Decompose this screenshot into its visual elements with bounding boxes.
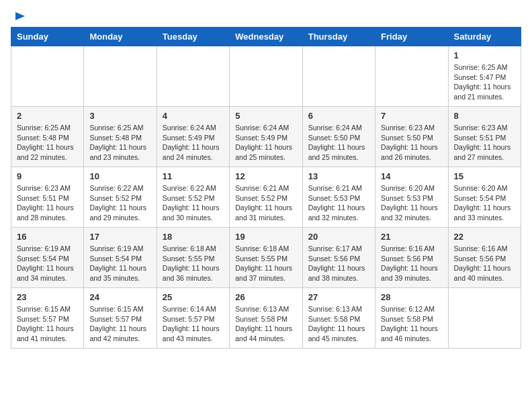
- page-header: [11, 11, 521, 21]
- day-number: 15: [454, 171, 515, 181]
- day-number: 12: [235, 171, 296, 181]
- calendar-cell: 28Sunrise: 6:12 AM Sunset: 5:58 PM Dayli…: [375, 288, 448, 349]
- cell-details: Sunrise: 6:21 AM Sunset: 5:52 PM Dayligh…: [235, 183, 296, 223]
- calendar-cell: 9Sunrise: 6:23 AM Sunset: 5:51 PM Daylig…: [11, 167, 84, 228]
- day-number: 27: [308, 292, 369, 302]
- day-number: 1: [454, 50, 515, 60]
- cell-details: Sunrise: 6:14 AM Sunset: 5:57 PM Dayligh…: [163, 304, 224, 344]
- calendar-cell: 11Sunrise: 6:22 AM Sunset: 5:52 PM Dayli…: [157, 167, 229, 228]
- weekday-header-wednesday: Wednesday: [230, 28, 302, 46]
- calendar-cell: 4Sunrise: 6:24 AM Sunset: 5:49 PM Daylig…: [157, 107, 229, 167]
- cell-details: Sunrise: 6:22 AM Sunset: 5:52 PM Dayligh…: [163, 183, 224, 223]
- cell-details: Sunrise: 6:21 AM Sunset: 5:53 PM Dayligh…: [308, 183, 369, 223]
- cell-details: Sunrise: 6:17 AM Sunset: 5:56 PM Dayligh…: [308, 244, 369, 283]
- cell-details: Sunrise: 6:24 AM Sunset: 5:49 PM Dayligh…: [235, 123, 296, 163]
- day-number: 6: [308, 111, 369, 121]
- cell-details: Sunrise: 6:25 AM Sunset: 5:48 PM Dayligh…: [89, 123, 150, 163]
- weekday-header-sunday: Sunday: [11, 28, 84, 46]
- cell-details: Sunrise: 6:25 AM Sunset: 5:47 PM Dayligh…: [454, 62, 515, 102]
- cell-details: Sunrise: 6:23 AM Sunset: 5:50 PM Dayligh…: [381, 123, 442, 163]
- day-number: 7: [381, 111, 442, 121]
- calendar-week-row: 2Sunrise: 6:25 AM Sunset: 5:48 PM Daylig…: [11, 107, 521, 167]
- calendar-week-row: 16Sunrise: 6:19 AM Sunset: 5:54 PM Dayli…: [11, 228, 521, 288]
- cell-details: Sunrise: 6:22 AM Sunset: 5:52 PM Dayligh…: [89, 183, 150, 223]
- cell-details: Sunrise: 6:19 AM Sunset: 5:54 PM Dayligh…: [89, 244, 150, 283]
- calendar-cell: [448, 288, 521, 349]
- calendar-cell: [375, 46, 448, 107]
- day-number: 28: [381, 292, 442, 302]
- calendar-week-row: 1Sunrise: 6:25 AM Sunset: 5:47 PM Daylig…: [11, 46, 521, 107]
- weekday-header-row: SundayMondayTuesdayWednesdayThursdayFrid…: [11, 28, 521, 46]
- day-number: 25: [163, 292, 224, 302]
- day-number: 17: [89, 232, 150, 242]
- calendar-cell: 18Sunrise: 6:18 AM Sunset: 5:55 PM Dayli…: [157, 228, 229, 288]
- day-number: 20: [308, 232, 369, 242]
- calendar-cell: 25Sunrise: 6:14 AM Sunset: 5:57 PM Dayli…: [157, 288, 229, 349]
- calendar-cell: [84, 46, 157, 107]
- cell-details: Sunrise: 6:18 AM Sunset: 5:55 PM Dayligh…: [235, 244, 296, 283]
- day-number: 5: [235, 111, 296, 121]
- day-number: 23: [17, 292, 78, 302]
- calendar-cell: 6Sunrise: 6:24 AM Sunset: 5:50 PM Daylig…: [302, 107, 375, 167]
- calendar-week-row: 9Sunrise: 6:23 AM Sunset: 5:51 PM Daylig…: [11, 167, 521, 228]
- weekday-header-thursday: Thursday: [302, 28, 375, 46]
- day-number: 11: [163, 171, 224, 181]
- cell-details: Sunrise: 6:23 AM Sunset: 5:51 PM Dayligh…: [454, 123, 515, 163]
- calendar-cell: 27Sunrise: 6:13 AM Sunset: 5:58 PM Dayli…: [302, 288, 375, 349]
- calendar-cell: 22Sunrise: 6:16 AM Sunset: 5:56 PM Dayli…: [448, 228, 521, 288]
- cell-details: Sunrise: 6:15 AM Sunset: 5:57 PM Dayligh…: [89, 304, 150, 344]
- cell-details: Sunrise: 6:20 AM Sunset: 5:53 PM Dayligh…: [381, 183, 442, 223]
- weekday-header-friday: Friday: [375, 28, 448, 46]
- calendar-cell: 3Sunrise: 6:25 AM Sunset: 5:48 PM Daylig…: [84, 107, 157, 167]
- cell-details: Sunrise: 6:24 AM Sunset: 5:49 PM Dayligh…: [163, 123, 224, 163]
- day-number: 13: [308, 171, 369, 181]
- day-number: 10: [89, 171, 150, 181]
- calendar-cell: 17Sunrise: 6:19 AM Sunset: 5:54 PM Dayli…: [84, 228, 157, 288]
- weekday-header-monday: Monday: [84, 28, 157, 46]
- calendar-cell: [230, 46, 302, 107]
- cell-details: Sunrise: 6:12 AM Sunset: 5:58 PM Dayligh…: [381, 304, 442, 344]
- logo-flag-icon: [13, 11, 27, 24]
- day-number: 9: [17, 171, 78, 181]
- day-number: 24: [89, 292, 150, 302]
- cell-details: Sunrise: 6:24 AM Sunset: 5:50 PM Dayligh…: [308, 123, 369, 163]
- calendar-cell: 5Sunrise: 6:24 AM Sunset: 5:49 PM Daylig…: [230, 107, 302, 167]
- calendar-cell: 8Sunrise: 6:23 AM Sunset: 5:51 PM Daylig…: [448, 107, 521, 167]
- calendar-cell: 12Sunrise: 6:21 AM Sunset: 5:52 PM Dayli…: [230, 167, 302, 228]
- calendar-cell: 7Sunrise: 6:23 AM Sunset: 5:50 PM Daylig…: [375, 107, 448, 167]
- cell-details: Sunrise: 6:19 AM Sunset: 5:54 PM Dayligh…: [17, 244, 78, 283]
- calendar-cell: 23Sunrise: 6:15 AM Sunset: 5:57 PM Dayli…: [11, 288, 84, 349]
- calendar-cell: 10Sunrise: 6:22 AM Sunset: 5:52 PM Dayli…: [84, 167, 157, 228]
- day-number: 16: [17, 232, 78, 242]
- day-number: 14: [381, 171, 442, 181]
- calendar-cell: [302, 46, 375, 107]
- day-number: 18: [163, 232, 224, 242]
- cell-details: Sunrise: 6:16 AM Sunset: 5:56 PM Dayligh…: [454, 244, 515, 283]
- cell-details: Sunrise: 6:13 AM Sunset: 5:58 PM Dayligh…: [308, 304, 369, 344]
- calendar-cell: [157, 46, 229, 107]
- calendar-cell: 16Sunrise: 6:19 AM Sunset: 5:54 PM Dayli…: [11, 228, 84, 288]
- calendar-cell: 13Sunrise: 6:21 AM Sunset: 5:53 PM Dayli…: [302, 167, 375, 228]
- calendar-cell: 26Sunrise: 6:13 AM Sunset: 5:58 PM Dayli…: [230, 288, 302, 349]
- calendar-cell: 20Sunrise: 6:17 AM Sunset: 5:56 PM Dayli…: [302, 228, 375, 288]
- svg-marker-0: [15, 12, 25, 20]
- cell-details: Sunrise: 6:18 AM Sunset: 5:55 PM Dayligh…: [163, 244, 224, 283]
- day-number: 4: [163, 111, 224, 121]
- day-number: 3: [89, 111, 150, 121]
- cell-details: Sunrise: 6:15 AM Sunset: 5:57 PM Dayligh…: [17, 304, 78, 344]
- calendar-cell: 1Sunrise: 6:25 AM Sunset: 5:47 PM Daylig…: [448, 46, 521, 107]
- calendar-week-row: 23Sunrise: 6:15 AM Sunset: 5:57 PM Dayli…: [11, 288, 521, 349]
- cell-details: Sunrise: 6:13 AM Sunset: 5:58 PM Dayligh…: [235, 304, 296, 344]
- day-number: 19: [235, 232, 296, 242]
- logo: [11, 13, 27, 21]
- cell-details: Sunrise: 6:16 AM Sunset: 5:56 PM Dayligh…: [381, 244, 442, 283]
- cell-details: Sunrise: 6:25 AM Sunset: 5:48 PM Dayligh…: [17, 123, 78, 163]
- calendar-cell: 15Sunrise: 6:20 AM Sunset: 5:54 PM Dayli…: [448, 167, 521, 228]
- weekday-header-saturday: Saturday: [448, 28, 521, 46]
- calendar-cell: 2Sunrise: 6:25 AM Sunset: 5:48 PM Daylig…: [11, 107, 84, 167]
- day-number: 22: [454, 232, 515, 242]
- calendar-cell: 24Sunrise: 6:15 AM Sunset: 5:57 PM Dayli…: [84, 288, 157, 349]
- day-number: 8: [454, 111, 515, 121]
- calendar-table: SundayMondayTuesdayWednesdayThursdayFrid…: [11, 27, 521, 349]
- day-number: 26: [235, 292, 296, 302]
